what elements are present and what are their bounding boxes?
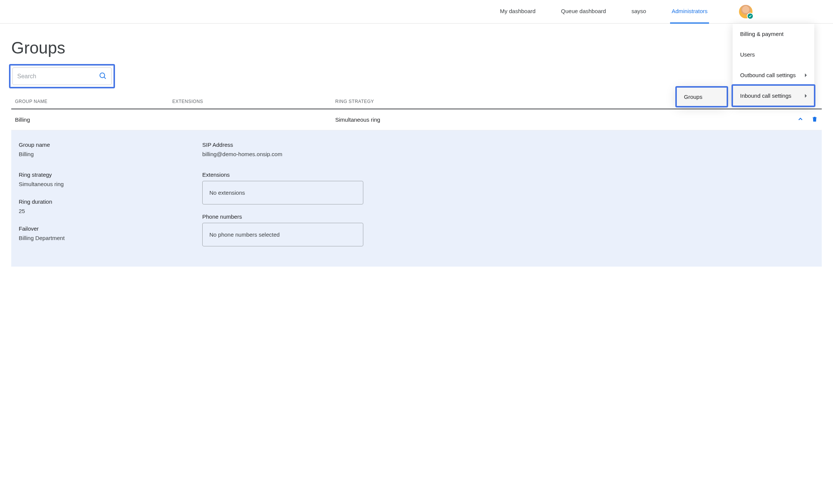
label-ring-strategy: Ring strategy — [19, 171, 180, 178]
check-icon — [747, 13, 754, 19]
dropdown-users[interactable]: Users — [733, 44, 814, 65]
nav-queue-dashboard[interactable]: Queue dashboard — [560, 0, 608, 24]
row-ring: Simultaneous ring — [335, 116, 797, 123]
chevron-right-icon — [805, 73, 807, 77]
value-failover: Billing Department — [19, 235, 180, 241]
value-ring-strategy: Simultaneous ring — [19, 181, 180, 187]
dropdown-label: Users — [740, 51, 755, 58]
label-failover: Failover — [19, 225, 180, 232]
chevron-right-icon — [805, 94, 807, 98]
phone-select[interactable]: No phone numbers selected — [202, 223, 363, 246]
extensions-select[interactable]: No extensions — [202, 181, 363, 204]
nav-sayso[interactable]: sayso — [630, 0, 648, 24]
value-sip: billing@demo-homes.onsip.com — [202, 151, 363, 157]
dropdown-label: Inbound call settings — [740, 92, 791, 99]
value-group-name: Billing — [19, 151, 180, 157]
col-header-ext: EXTENSIONS — [172, 99, 335, 104]
search-icon[interactable] — [99, 72, 107, 81]
dropdown-label: Billing & payment — [740, 31, 784, 37]
dropdown-billing-payment[interactable]: Billing & payment — [733, 24, 814, 44]
chevron-up-icon[interactable] — [797, 116, 804, 124]
page-title: Groups — [11, 39, 822, 57]
nav-administrators[interactable]: Administrators — [670, 0, 709, 24]
table-row[interactable]: Billing Simultaneous ring — [11, 109, 822, 130]
label-ring-duration: Ring duration — [19, 198, 180, 205]
submenu-groups[interactable]: Groups — [676, 87, 727, 106]
group-details-panel: Group name Billing Ring strategy Simulta… — [11, 130, 822, 267]
administrators-dropdown: Billing & payment Users Outbound call se… — [733, 24, 814, 106]
search-box[interactable] — [12, 67, 112, 85]
svg-line-1 — [104, 77, 106, 79]
value-ring-duration: 25 — [19, 208, 180, 214]
dropdown-outbound[interactable]: Outbound call settings — [733, 65, 814, 85]
search-input[interactable] — [17, 73, 96, 80]
label-sip: SIP Address — [202, 142, 363, 148]
dropdown-inbound[interactable]: Inbound call settings — [733, 85, 814, 106]
row-name: Billing — [15, 116, 172, 123]
inbound-submenu: Groups — [676, 87, 727, 106]
label-extensions: Extensions — [202, 171, 363, 178]
user-avatar[interactable] — [739, 5, 752, 18]
label-group-name: Group name — [19, 142, 180, 148]
svg-point-0 — [100, 73, 105, 78]
nav-my-dashboard[interactable]: My dashboard — [499, 0, 537, 24]
dropdown-label: Outbound call settings — [740, 72, 796, 78]
trash-icon[interactable] — [811, 115, 818, 124]
col-header-name: GROUP NAME — [15, 99, 172, 104]
label-phone: Phone numbers — [202, 213, 363, 220]
